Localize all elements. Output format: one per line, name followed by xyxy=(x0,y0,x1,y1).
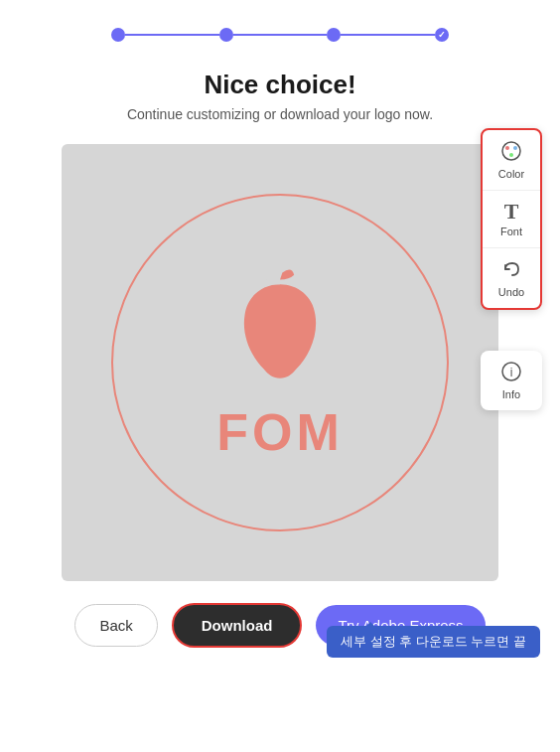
back-button[interactable]: Back xyxy=(74,604,157,647)
progress-line-1 xyxy=(125,34,219,36)
main-content: FOM Color T Font xyxy=(0,128,560,581)
progress-bar: ✓ xyxy=(0,0,560,62)
progress-step-4: ✓ xyxy=(435,28,449,42)
toolbar-info-button[interactable]: i Info xyxy=(481,351,542,410)
color-label: Color xyxy=(498,168,524,180)
logo-circle: FOM xyxy=(111,194,449,531)
progress-step-3 xyxy=(327,28,341,42)
svg-point-0 xyxy=(502,142,520,160)
svg-point-2 xyxy=(513,146,517,150)
progress-step-2 xyxy=(219,28,233,42)
buttons-wrapper: Back Download Try Adobe Express 세부 설정 후 … xyxy=(0,581,560,660)
toolbar: Color T Font Undo xyxy=(481,128,542,310)
toolbar-undo-button[interactable]: Undo xyxy=(483,248,540,308)
apple-icon xyxy=(215,263,345,392)
color-icon xyxy=(500,140,522,165)
logo-preview: FOM xyxy=(62,144,498,581)
page-subtitle: Continue customizing or download your lo… xyxy=(0,106,560,122)
info-label: Info xyxy=(502,388,520,400)
title-section: Nice choice! Continue customizing or dow… xyxy=(0,62,560,128)
font-label: Font xyxy=(500,226,522,237)
progress-line-3 xyxy=(341,34,435,36)
font-icon: T xyxy=(504,201,519,223)
tooltip: 세부 설정 후 다운로드 누르면 끝 xyxy=(327,626,540,658)
download-button[interactable]: Download xyxy=(172,603,303,648)
info-icon: i xyxy=(500,361,522,385)
progress-line-2 xyxy=(233,34,328,36)
undo-icon xyxy=(500,258,522,283)
toolbar-color-button[interactable]: Color xyxy=(483,130,540,191)
page-heading: Nice choice! xyxy=(0,70,560,100)
logo-text: FOM xyxy=(216,402,344,462)
undo-label: Undo xyxy=(498,286,524,298)
toolbar-font-button[interactable]: T Font xyxy=(483,191,540,248)
progress-step-1 xyxy=(111,28,125,42)
svg-point-1 xyxy=(505,146,509,150)
svg-point-3 xyxy=(509,153,513,157)
svg-text:i: i xyxy=(510,366,513,379)
